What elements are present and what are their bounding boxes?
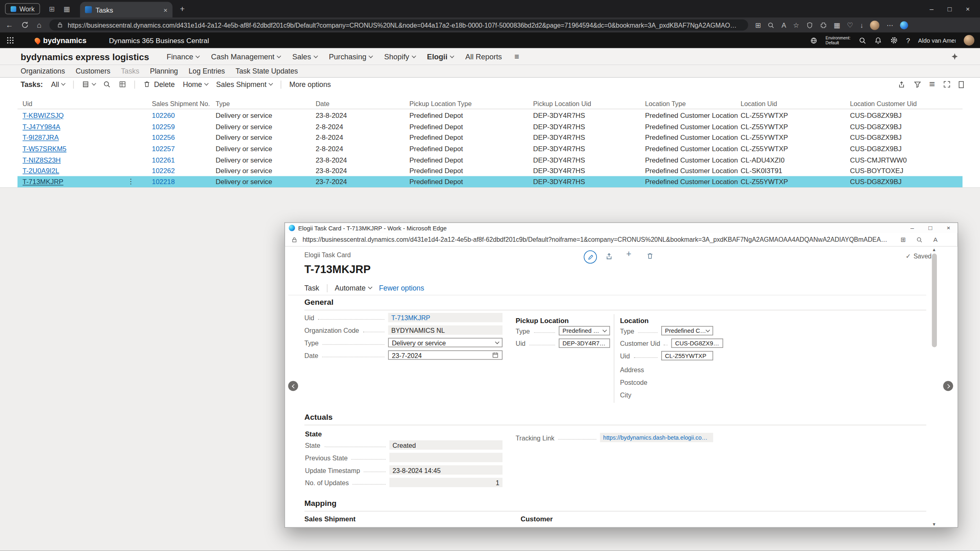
scrollbar-thumb[interactable] (932, 254, 937, 347)
sales-shipment-link[interactable]: 102257 (152, 145, 174, 152)
uid-value-link[interactable]: T-713MKJRP (388, 313, 502, 322)
column-header-uid[interactable]: Uid (22, 100, 152, 107)
table-row[interactable]: T-KBWIZSJQ102260Delivery or service23-8-… (17, 110, 963, 121)
bydynamics-logo[interactable]: bydynamics (35, 36, 87, 45)
tracking-link-value[interactable]: https://bydynamics.dash-beta.elogii.com/… (600, 433, 713, 442)
table-row[interactable]: T-9I287JRA102256Delivery or service2-8-2… (17, 132, 963, 143)
table-row[interactable]: T-NIZ8S23H102261Delivery or service23-8-… (17, 154, 963, 165)
column-header-location-type[interactable]: Location Type (645, 100, 740, 107)
popup-read-aloud-icon[interactable]: A (933, 236, 937, 243)
minimize-button[interactable]: – (923, 0, 941, 17)
uid-link[interactable]: T-J47Y984A (22, 123, 60, 130)
sales-shipment-link[interactable]: 102218 (152, 178, 174, 185)
sales-shipment-link[interactable]: 102260 (152, 112, 174, 119)
share-icon[interactable] (897, 80, 906, 89)
pickup-type-dropdown[interactable]: Predefined Depot (559, 326, 610, 335)
collections-icon[interactable]: ▦ (834, 21, 840, 29)
menu-purchasing[interactable]: Purchasing (329, 52, 372, 61)
filter-funnel-icon[interactable] (914, 80, 921, 88)
scroll-down-icon[interactable]: ▼ (932, 522, 936, 527)
postcode-label[interactable]: Postcode (620, 378, 647, 386)
url-field[interactable]: https://businesscentral.dynamics.com/d43… (50, 20, 748, 31)
menu-finance[interactable]: Finance (167, 52, 199, 61)
back-icon[interactable]: ← (6, 21, 13, 30)
help-icon[interactable]: ? (906, 37, 910, 44)
fewer-options-link[interactable]: Fewer options (379, 284, 424, 291)
search-icon[interactable] (859, 37, 866, 44)
address-label[interactable]: Address (620, 366, 644, 373)
column-header-date[interactable]: Date (316, 100, 409, 107)
column-header-location-uid[interactable]: Location Uid (740, 100, 850, 107)
uid-link[interactable]: T-W57SRKM5 (22, 145, 66, 152)
add-favorite-star-icon[interactable]: ☆ (793, 21, 799, 29)
close-button[interactable]: × (959, 0, 977, 17)
zoom-icon[interactable] (768, 22, 775, 28)
uid-link[interactable]: T-NIZ8S23H (22, 156, 61, 163)
next-record-button[interactable] (943, 381, 953, 391)
popup-close-button[interactable]: × (939, 223, 958, 233)
extensions-puzzle-icon[interactable] (820, 22, 827, 28)
subnav-task-state-updates[interactable]: Task State Updates (235, 67, 298, 75)
shield-icon[interactable] (806, 22, 813, 28)
tab-task[interactable]: Task (305, 284, 319, 291)
sales-shipment-link[interactable]: 102261 (152, 156, 174, 163)
menu-shopify[interactable]: Shopify (384, 52, 415, 61)
home-icon[interactable]: ⌂ (37, 21, 41, 30)
details-pane-icon[interactable] (959, 81, 964, 88)
delete-trash-icon[interactable] (646, 252, 653, 260)
edit-pencil-icon[interactable] (584, 250, 597, 263)
date-input[interactable]: 23-7-2024 (388, 350, 502, 360)
tab-actions-icon[interactable]: ⊞ (49, 5, 54, 13)
popup-url-text[interactable]: https://businesscentral.dynamics.com/d43… (303, 236, 890, 243)
copilot-icon[interactable] (900, 21, 908, 29)
location-type-dropdown[interactable]: Predefined Customer (661, 326, 713, 335)
previous-record-button[interactable] (288, 381, 298, 391)
menu-sales[interactable]: Sales (292, 52, 317, 61)
uid-link[interactable]: T-713MKJRP (22, 178, 63, 185)
delete-button[interactable]: Delete (144, 80, 175, 88)
analysis-mode-icon[interactable]: ≡ (929, 79, 935, 90)
city-label[interactable]: City (620, 391, 632, 398)
environment-icon[interactable] (810, 37, 817, 44)
uid-link[interactable]: T-9I287JRA (22, 134, 59, 141)
tab-automate[interactable]: Automate (335, 284, 371, 291)
scroll-up-icon[interactable]: ▲ (932, 247, 936, 252)
column-header-location-customer-uid[interactable]: Location Customer Uid (850, 100, 963, 107)
analysis-grid-icon[interactable] (119, 80, 126, 88)
share-icon[interactable] (605, 252, 613, 260)
settings-gear-icon[interactable] (890, 36, 898, 44)
user-name[interactable]: Aldo van Amersfo... (918, 37, 956, 44)
table-row[interactable]: T-J47Y984A102259Delivery or service2-8-2… (17, 121, 963, 132)
workspace-button[interactable]: Work (5, 3, 40, 15)
menu-cash-management[interactable]: Cash Management (211, 52, 280, 61)
downloads-icon[interactable]: ↓ (860, 21, 863, 28)
new-record-plus-icon[interactable]: + (626, 249, 632, 259)
row-context-menu-icon[interactable]: ⋮ (128, 178, 135, 186)
company-name[interactable]: bydynamics express logistics (21, 52, 149, 62)
search-list-icon[interactable] (103, 80, 111, 88)
user-avatar[interactable] (964, 35, 974, 46)
sales-shipment-menu[interactable]: Sales Shipment (216, 80, 272, 88)
notifications-bell-icon[interactable] (874, 37, 882, 44)
copilot-sparkle-icon[interactable] (951, 52, 959, 61)
uid-link[interactable]: T-2U0A9I2L (22, 167, 59, 174)
location-customer-uid-input[interactable]: CUS-DG8ZX9BJ (671, 338, 723, 348)
subnav-log-entries[interactable]: Log Entries (189, 67, 225, 75)
popup-minimize-button[interactable]: – (903, 223, 921, 233)
sales-shipment-link[interactable]: 102259 (152, 123, 174, 130)
subnav-tasks[interactable]: Tasks (121, 67, 139, 75)
split-screen-icon[interactable]: ⊞ (755, 21, 761, 29)
site-info-lock-icon[interactable] (291, 236, 297, 243)
more-menus-icon[interactable]: ≡ (514, 52, 519, 61)
uid-link[interactable]: T-KBWIZSJQ (22, 112, 63, 119)
calendar-icon[interactable] (492, 351, 499, 358)
type-dropdown[interactable]: Delivery or service (388, 338, 502, 347)
column-header-pickup-location-type[interactable]: Pickup Location Type (409, 100, 533, 107)
browser-tab-tasks[interactable]: Tasks × (80, 2, 172, 17)
filter-all-dropdown[interactable]: All (51, 80, 65, 88)
table-row[interactable]: T-713MKJRP⋮102218Delivery or service23-7… (17, 176, 963, 187)
home-menu[interactable]: Home (183, 80, 208, 88)
menu-all-reports[interactable]: All Reports (465, 52, 502, 61)
tab-close-icon[interactable]: × (163, 6, 168, 13)
menu-elogii[interactable]: Elogii (427, 52, 453, 61)
